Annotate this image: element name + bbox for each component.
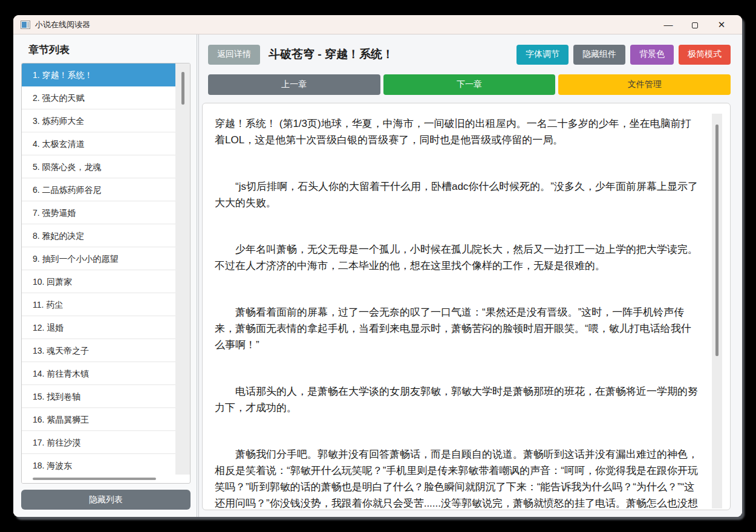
chapter-list-item[interactable]: 10. 回萧家 bbox=[22, 270, 175, 293]
titlebar: 小说在线阅读器 — ✕ bbox=[13, 15, 742, 34]
reader-pane[interactable]: 穿越！系统！ (第1/3页)地球，华夏，中海市，一间破旧的出租屋内。一名二十多岁… bbox=[202, 103, 731, 510]
novel-paragraph: “js切后排啊，石头人你的大留着干什么用，卧槽adc你什么时候死的。”没多久，少… bbox=[215, 178, 701, 211]
novel-paragraph: 少年名叫萧畅，无父无母是一个孤儿，小时候在孤儿院长大，然后又一边打工一边上学的把… bbox=[215, 241, 701, 274]
chapter-nav-row: 上一章 下一章 文件管理 bbox=[208, 74, 731, 95]
chapter-list-vertical-scrollbar-thumb[interactable] bbox=[181, 72, 184, 105]
chapter-list-item[interactable]: 8. 雅妃的决定 bbox=[22, 224, 175, 247]
background-color-button[interactable]: 背景色 bbox=[630, 45, 674, 65]
hide-components-button[interactable]: 隐藏组件 bbox=[573, 45, 625, 65]
chapter-sidebar: 章节列表 1. 穿越！系统！2. 强大的天赋3. 炼药师大全4. 太极玄清道5.… bbox=[13, 34, 197, 517]
chapter-list-item[interactable]: 1. 穿越！系统！ bbox=[22, 63, 175, 86]
close-button[interactable]: ✕ bbox=[708, 15, 735, 34]
back-to-details-button[interactable]: 返回详情 bbox=[208, 45, 260, 65]
prev-chapter-button[interactable]: 上一章 bbox=[208, 74, 380, 95]
chapter-list-horizontal-scrollbar[interactable] bbox=[22, 475, 175, 483]
chapter-list-title: 章节列表 bbox=[21, 41, 191, 63]
chapter-list-item[interactable]: 18. 海波东 bbox=[22, 454, 175, 477]
chapter-list-item[interactable]: 12. 退婚 bbox=[22, 316, 175, 339]
chapter-list: 1. 穿越！系统！2. 强大的天赋3. 炼药师大全4. 太极玄清道5. 陨落心炎… bbox=[21, 63, 191, 484]
novel-paragraph: 萧畅我们分手吧。郭敏并没有回答萧畅话，而是自顾自的说道。萧畅听到这话并没有漏出难… bbox=[215, 446, 701, 510]
minimal-mode-button[interactable]: 极简模式 bbox=[679, 45, 731, 65]
chapter-list-item[interactable]: 11. 药尘 bbox=[22, 293, 175, 316]
window-controls: — ✕ bbox=[655, 15, 735, 34]
chapter-list-horizontal-scrollbar-thumb[interactable] bbox=[33, 478, 156, 480]
chapter-list-item[interactable]: 6. 二品炼药师谷尼 bbox=[22, 178, 175, 201]
maximize-icon bbox=[692, 22, 698, 28]
reader-main: 返回详情 斗破苍穹 - 穿越！系统！ 字体调节 隐藏组件 背景色 极简模式 上一… bbox=[198, 34, 742, 517]
book-chapter-title: 斗破苍穹 - 穿越！系统！ bbox=[269, 47, 394, 62]
chapter-list-item[interactable]: 15. 找到卷轴 bbox=[22, 385, 175, 408]
next-chapter-button[interactable]: 下一章 bbox=[383, 74, 556, 95]
novel-paragraph: 电话那头的人，是萧畅在大学谈的女朋友郭敏，郭敏大学时是萧畅那班的班花，在萧畅将近… bbox=[215, 383, 701, 416]
chapter-list-item[interactable]: 3. 炼药师大全 bbox=[22, 109, 175, 132]
reader-toolbar: 返回详情 斗破苍穹 - 穿越！系统！ 字体调节 隐藏组件 背景色 极简模式 bbox=[208, 44, 731, 65]
reader-vertical-scrollbar[interactable] bbox=[712, 114, 722, 508]
minimize-button[interactable]: — bbox=[655, 15, 682, 34]
file-manager-button[interactable]: 文件管理 bbox=[558, 74, 731, 95]
chapter-list-item[interactable]: 16. 紫晶翼狮王 bbox=[22, 408, 175, 431]
chapter-list-item[interactable]: 17. 前往沙漠 bbox=[22, 431, 175, 454]
app-icon bbox=[21, 21, 30, 29]
novel-paragraph: 萧畅看着面前的屏幕，过了一会无奈的叹了一口气道：“果然还是没有晋级。”这时，一阵… bbox=[215, 304, 701, 353]
app-body: 章节列表 1. 穿越！系统！2. 强大的天赋3. 炼药师大全4. 太极玄清道5.… bbox=[13, 34, 742, 517]
chapter-list-item[interactable]: 4. 太极玄清道 bbox=[22, 132, 175, 155]
chapter-list-vertical-scrollbar[interactable] bbox=[175, 63, 190, 475]
chapter-list-item[interactable]: 14. 前往青木镇 bbox=[22, 362, 175, 385]
chapter-list-item[interactable]: 2. 强大的天赋 bbox=[22, 86, 175, 109]
hide-list-button[interactable]: 隐藏列表 bbox=[21, 490, 191, 510]
app-title: 小说在线阅读器 bbox=[35, 19, 90, 30]
font-adjust-button[interactable]: 字体调节 bbox=[516, 45, 569, 65]
chapter-list-item[interactable]: 7. 强势逼婚 bbox=[22, 201, 175, 224]
chapter-list-item[interactable]: 5. 陨落心炎，龙魂 bbox=[22, 155, 175, 178]
reader-vertical-scrollbar-thumb[interactable] bbox=[715, 125, 719, 356]
novel-paragraph: 穿越！系统！ (第1/3页)地球，华夏，中海市，一间破旧的出租屋内。一名二十多岁… bbox=[215, 115, 701, 148]
novel-text: 穿越！系统！ (第1/3页)地球，华夏，中海市，一间破旧的出租屋内。一名二十多岁… bbox=[203, 103, 730, 510]
app-window: 小说在线阅读器 — ✕ 章节列表 1. 穿越！系统！2. 强大的天赋3. 炼药师… bbox=[13, 15, 742, 517]
chapter-list-item[interactable]: 13. 魂天帝之子 bbox=[22, 339, 175, 362]
maximize-button[interactable] bbox=[682, 15, 708, 34]
chapter-list-item[interactable]: 9. 抽到一个小小的愿望 bbox=[22, 247, 175, 270]
desktop-background: 小说在线阅读器 — ✕ 章节列表 1. 穿越！系统！2. 强大的天赋3. 炼药师… bbox=[0, 0, 756, 532]
